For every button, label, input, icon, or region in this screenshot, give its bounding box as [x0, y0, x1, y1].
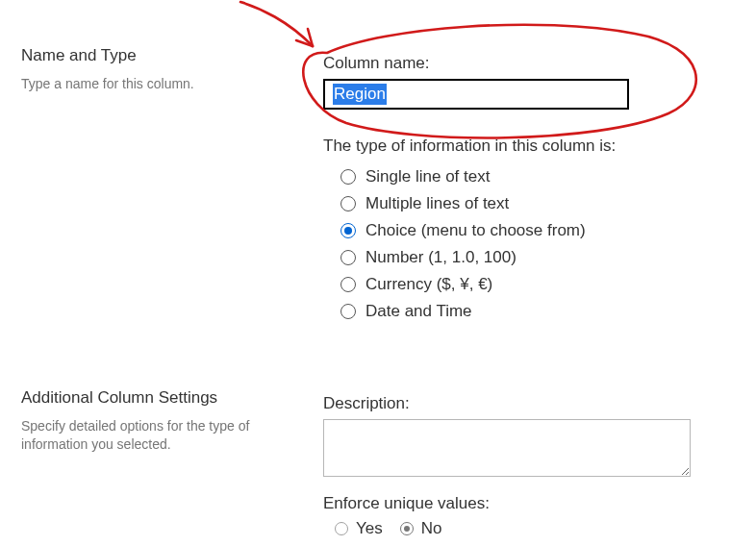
- enforce-option-label: No: [421, 519, 442, 538]
- type-option-label: Choice (menu to choose from): [365, 221, 586, 240]
- enforce-unique-label: Enforce unique values:: [323, 494, 708, 513]
- type-option-label: Multiple lines of text: [365, 194, 509, 213]
- radio-icon: [340, 250, 356, 265]
- additional-heading: Additional Column Settings: [21, 388, 300, 408]
- radio-icon: [340, 304, 356, 319]
- description-label: Description:: [323, 394, 708, 413]
- type-option-label: Single line of text: [365, 167, 490, 186]
- type-option-currency[interactable]: Currency ($, ¥, €): [340, 275, 708, 294]
- type-option-label: Currency ($, ¥, €): [365, 275, 492, 294]
- radio-icon: [340, 223, 356, 238]
- type-option-label: Date and Time: [365, 302, 472, 321]
- type-info-label: The type of information in this column i…: [323, 136, 708, 156]
- radio-icon: [340, 196, 356, 211]
- type-option-single-line[interactable]: Single line of text: [340, 167, 708, 186]
- enforce-unique-yes[interactable]: Yes: [335, 519, 383, 538]
- column-name-label: Column name:: [323, 54, 708, 73]
- radio-icon: [340, 277, 356, 292]
- type-option-label: Number (1, 1.0, 100): [365, 248, 517, 267]
- name-type-heading: Name and Type: [21, 46, 300, 65]
- enforce-unique-no[interactable]: No: [400, 519, 442, 538]
- radio-icon: [335, 522, 348, 535]
- additional-subtext: Specify detailed options for the type of…: [21, 417, 300, 454]
- type-option-multiple-lines[interactable]: Multiple lines of text: [340, 194, 708, 213]
- radio-icon: [340, 169, 356, 185]
- type-option-date-time[interactable]: Date and Time: [340, 302, 708, 321]
- column-name-input[interactable]: Region: [323, 79, 629, 110]
- type-option-number[interactable]: Number (1, 1.0, 100): [340, 248, 708, 267]
- name-type-subtext: Type a name for this column.: [21, 75, 300, 93]
- description-textarea[interactable]: [323, 419, 691, 477]
- column-name-value: Region: [333, 84, 387, 105]
- radio-icon: [400, 522, 414, 535]
- enforce-option-label: Yes: [356, 519, 383, 538]
- type-option-choice[interactable]: Choice (menu to choose from): [340, 221, 708, 240]
